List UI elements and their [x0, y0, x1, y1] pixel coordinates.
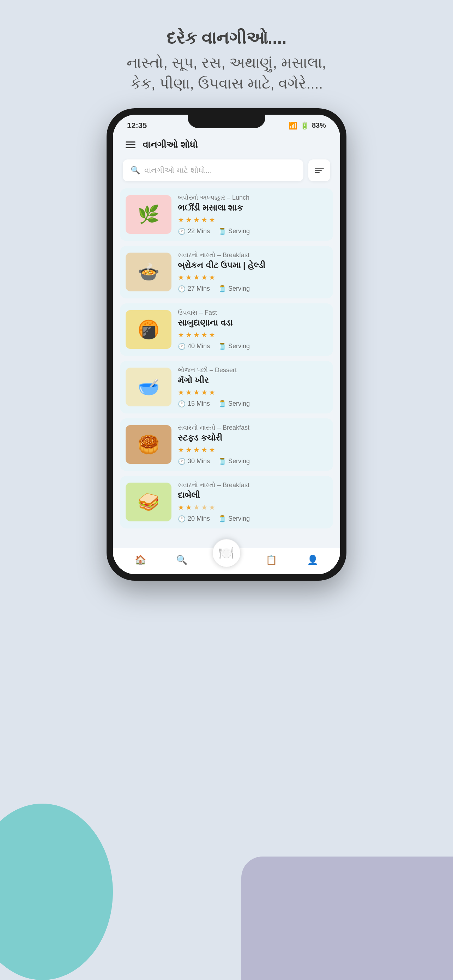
serving-value: Serving [228, 285, 250, 293]
star-filled: ★ [186, 273, 192, 282]
home-icon: 🏠 [135, 555, 146, 565]
signal-icon: 📶 [289, 121, 297, 130]
recipe-category: સવારનો નાસ્તો – Breakfast [178, 251, 327, 259]
recipe-card[interactable]: 🥣 ભોજન પછી – Dessert મૅંગો ખીર ★★★★★ 🕐 1… [120, 361, 333, 414]
recipe-stars: ★★★★★ [178, 388, 327, 396]
recipe-image: 🥮 [126, 425, 172, 464]
star-filled: ★ [186, 445, 192, 454]
star-filled: ★ [178, 216, 184, 224]
status-right: 📶 🔋 83% [289, 121, 326, 130]
nav-logo[interactable]: 🍽️ [212, 539, 241, 567]
serving-value: Serving [228, 228, 250, 235]
time-value: 27 Mins [188, 285, 210, 293]
recipe-serving: 🫙 Serving [218, 458, 250, 465]
recipe-time: 🕐 22 Mins [178, 228, 210, 235]
tagline-line2: નાસ્તો, સૂપ, રસ, અથાણું, મસાલા, [127, 52, 326, 73]
serving-icon: 🫙 [218, 515, 226, 523]
serving-icon: 🫙 [218, 400, 226, 408]
clock-icon: 🕐 [178, 400, 186, 408]
time-value: 22 Mins [188, 228, 210, 235]
serving-value: Serving [228, 400, 250, 407]
filter-button[interactable] [308, 159, 330, 181]
recipe-emoji: 🥮 [138, 434, 159, 455]
star-filled: ★ [209, 331, 215, 339]
recipe-name: ભींડી મસાલા શાક [178, 203, 327, 213]
serving-icon: 🫙 [218, 228, 226, 235]
time-value: 20 Mins [188, 515, 210, 522]
recipe-list: 🌿 બપોરનો અલ્પાહાર – Lunch ભींડી મસાલા શા… [113, 188, 340, 564]
serving-value: Serving [228, 342, 250, 350]
clock-icon: 🕐 [178, 458, 186, 465]
recipe-meta: 🕐 40 Mins 🫙 Serving [178, 342, 327, 350]
orders-icon: 📋 [265, 555, 277, 565]
recipe-image: 🌿 [126, 195, 172, 234]
star-filled: ★ [193, 388, 200, 396]
star-filled: ★ [193, 273, 200, 282]
phone-mockup: 12:35 📶 🔋 83% વાનગીઓ શોધો 🔍 [106, 108, 347, 602]
recipe-emoji: 🥪 [138, 492, 159, 512]
recipe-name: સ્ટફ્ડ કચોરી [178, 433, 327, 443]
recipe-serving: 🫙 Serving [218, 342, 250, 350]
clock-icon: 🕐 [178, 342, 186, 350]
recipe-stars: ★★★★★ [178, 273, 327, 282]
star-empty: ★ [193, 503, 200, 512]
recipe-image: 🥣 [126, 368, 172, 406]
recipe-card[interactable]: 🍘 ઉપવાસ – Fast સાબુદાણાના વડા ★★★★★ 🕐 40… [120, 303, 333, 356]
recipe-image: 🥪 [126, 483, 172, 522]
recipe-category: બપોરનો અલ્પાહાર – Lunch [178, 194, 327, 201]
battery-icon: 🔋 [300, 121, 309, 130]
bg-teal-shape [0, 803, 113, 980]
app-title: વાનગીઓ શોધો [143, 139, 198, 150]
phone-notch [188, 115, 265, 128]
star-filled: ★ [201, 331, 207, 339]
recipe-time: 🕐 40 Mins [178, 342, 210, 350]
search-icon: 🔍 [130, 166, 140, 175]
search-area: 🔍 વાનગીઓ માટે શોધો... [113, 156, 340, 188]
nav-search-icon: 🔍 [176, 555, 188, 565]
menu-button[interactable] [126, 142, 135, 148]
recipe-serving: 🫙 Serving [218, 400, 250, 408]
recipe-meta: 🕐 15 Mins 🫙 Serving [178, 400, 327, 408]
status-time: 12:35 [127, 121, 147, 130]
recipe-card[interactable]: 🌿 બપોરનો અલ્પાહાર – Lunch ભींડી મસાલા શા… [120, 188, 333, 241]
serving-value: Serving [228, 458, 250, 465]
nav-search[interactable]: 🔍 [171, 555, 192, 565]
recipe-emoji: 🍘 [138, 319, 159, 340]
clock-icon: 🕐 [178, 228, 186, 235]
star-filled: ★ [201, 388, 207, 396]
star-filled: ★ [178, 445, 184, 454]
recipe-image: 🍘 [126, 310, 172, 349]
star-filled: ★ [178, 388, 184, 396]
recipe-name: મૅંગો ખીર [178, 375, 327, 385]
recipe-info: ભોજન પછી – Dessert મૅંગો ખીર ★★★★★ 🕐 15 … [178, 366, 327, 408]
recipe-stars: ★★★★★ [178, 216, 327, 224]
star-filled: ★ [178, 503, 184, 512]
recipe-info: બપોરનો અલ્પાહાર – Lunch ભींડી મસાલા શાક … [178, 194, 327, 235]
filter-icon [315, 168, 324, 173]
recipe-meta: 🕐 27 Mins 🫙 Serving [178, 285, 327, 293]
recipe-card[interactable]: 🥮 સવારનો નાસ્તો – Breakfast સ્ટફ્ડ કચોરી… [120, 418, 333, 471]
app-header: વાનગીઓ શોધો [113, 134, 340, 156]
logo-image: 🍽️ [218, 546, 234, 560]
recipe-info: સવારનો નાસ્તો – Breakfast દાબેલી ★★★★★ 🕐… [178, 482, 327, 523]
star-empty: ★ [209, 503, 215, 512]
nav-profile[interactable]: 👤 [302, 555, 323, 565]
star-filled: ★ [186, 216, 192, 224]
logo-circle: 🍽️ [214, 541, 239, 566]
nav-home[interactable]: 🏠 [130, 555, 151, 565]
recipe-stars: ★★★★★ [178, 445, 327, 454]
recipe-stars: ★★★★★ [178, 331, 327, 339]
recipe-name: દાબેલી [178, 490, 327, 500]
recipe-meta: 🕐 20 Mins 🫙 Serving [178, 515, 327, 523]
search-box[interactable]: 🔍 વાનગીઓ માટે શોધો... [123, 159, 304, 181]
nav-orders[interactable]: 📋 [261, 555, 282, 565]
star-filled: ★ [178, 331, 184, 339]
recipe-category: સવારનો નાસ્તો – Breakfast [178, 424, 327, 431]
recipe-card[interactable]: 🥪 સવારનો નાસ્તો – Breakfast દાબેલી ★★★★★… [120, 476, 333, 528]
recipe-serving: 🫙 Serving [218, 285, 250, 293]
serving-value: Serving [228, 515, 250, 522]
tagline-line3: કેક, પીણા, ઉપવાસ માટે, વગેરે.... [127, 73, 326, 94]
recipe-info: સવારનો નાસ્તો – Breakfast સ્ટફ્ડ કચોરી ★… [178, 424, 327, 465]
recipe-card[interactable]: 🍲 સવારનો નાસ્તો – Breakfast બ્રોકન વીટ ઉ… [120, 246, 333, 298]
app-tagline: દરેક વાનગીઓ.... નાસ્તો, સૂપ, રસ, અથાણું,… [127, 28, 326, 94]
